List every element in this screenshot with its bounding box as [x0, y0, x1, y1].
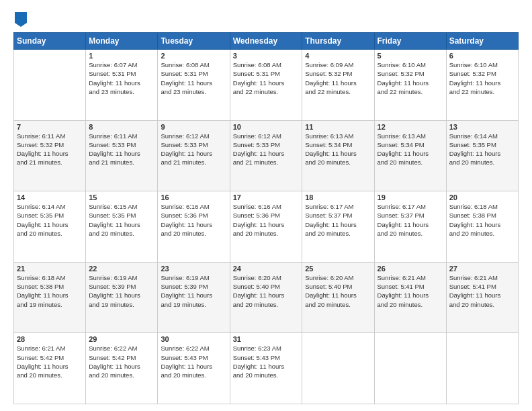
- page: SundayMondayTuesdayWednesdayThursdayFrid…: [0, 0, 532, 411]
- calendar-cell: 14Sunrise: 6:14 AM Sunset: 5:35 PM Dayli…: [14, 191, 86, 263]
- calendar-cell: [446, 333, 518, 404]
- calendar-week-row: 21Sunrise: 6:18 AM Sunset: 5:38 PM Dayli…: [14, 262, 519, 333]
- logo-icon: [15, 12, 27, 27]
- day-number: 25: [305, 265, 371, 273]
- day-number: 7: [17, 123, 83, 131]
- day-info: Sunrise: 6:10 AM Sunset: 5:32 PM Dayligh…: [378, 60, 443, 96]
- day-number: 23: [161, 265, 226, 273]
- day-number: 10: [233, 123, 300, 131]
- day-info: Sunrise: 6:21 AM Sunset: 5:41 PM Dayligh…: [449, 273, 515, 309]
- calendar-cell: 12Sunrise: 6:13 AM Sunset: 5:34 PM Dayli…: [374, 120, 446, 191]
- calendar-cell: 2Sunrise: 6:08 AM Sunset: 5:31 PM Daylig…: [158, 50, 230, 121]
- calendar-cell: 3Sunrise: 6:08 AM Sunset: 5:31 PM Daylig…: [230, 50, 302, 121]
- day-number: 2: [161, 52, 226, 60]
- day-info: Sunrise: 6:16 AM Sunset: 5:36 PM Dayligh…: [233, 202, 300, 238]
- day-info: Sunrise: 6:13 AM Sunset: 5:34 PM Dayligh…: [378, 132, 443, 167]
- calendar-week-row: 28Sunrise: 6:21 AM Sunset: 5:42 PM Dayli…: [14, 333, 519, 404]
- calendar-day-header: Wednesday: [230, 33, 302, 50]
- calendar-cell: 13Sunrise: 6:14 AM Sunset: 5:35 PM Dayli…: [446, 120, 518, 191]
- day-info: Sunrise: 6:15 AM Sunset: 5:35 PM Dayligh…: [89, 202, 154, 238]
- day-info: Sunrise: 6:14 AM Sunset: 5:35 PM Dayligh…: [449, 132, 515, 167]
- calendar-week-row: 1Sunrise: 6:07 AM Sunset: 5:31 PM Daylig…: [14, 50, 519, 121]
- day-number: 6: [449, 52, 515, 60]
- day-info: Sunrise: 6:12 AM Sunset: 5:33 PM Dayligh…: [233, 132, 300, 167]
- calendar-cell: 22Sunrise: 6:19 AM Sunset: 5:39 PM Dayli…: [86, 262, 158, 333]
- day-number: 4: [305, 52, 371, 60]
- calendar-cell: 18Sunrise: 6:17 AM Sunset: 5:37 PM Dayli…: [302, 191, 374, 263]
- calendar-week-row: 14Sunrise: 6:14 AM Sunset: 5:35 PM Dayli…: [14, 191, 519, 263]
- day-info: Sunrise: 6:10 AM Sunset: 5:32 PM Dayligh…: [449, 60, 515, 96]
- day-info: Sunrise: 6:21 AM Sunset: 5:41 PM Dayligh…: [378, 273, 443, 309]
- calendar-cell: 25Sunrise: 6:20 AM Sunset: 5:40 PM Dayli…: [302, 262, 374, 333]
- calendar-cell: 9Sunrise: 6:12 AM Sunset: 5:33 PM Daylig…: [158, 120, 230, 191]
- day-number: 17: [233, 193, 300, 201]
- calendar-cell: [14, 50, 86, 121]
- calendar-day-header: Friday: [374, 33, 446, 50]
- day-number: 3: [233, 52, 300, 60]
- day-number: 11: [305, 123, 371, 131]
- day-info: Sunrise: 6:19 AM Sunset: 5:39 PM Dayligh…: [89, 273, 154, 309]
- calendar-cell: 23Sunrise: 6:19 AM Sunset: 5:39 PM Dayli…: [158, 262, 230, 333]
- calendar-cell: 24Sunrise: 6:20 AM Sunset: 5:40 PM Dayli…: [230, 262, 302, 333]
- day-number: 15: [89, 193, 154, 201]
- day-number: 5: [378, 52, 443, 60]
- calendar-cell: 28Sunrise: 6:21 AM Sunset: 5:42 PM Dayli…: [14, 333, 86, 404]
- day-number: 22: [89, 265, 154, 273]
- svg-marker-0: [15, 12, 27, 27]
- calendar-cell: 30Sunrise: 6:22 AM Sunset: 5:43 PM Dayli…: [158, 333, 230, 404]
- day-number: 29: [89, 335, 154, 343]
- calendar-cell: 17Sunrise: 6:16 AM Sunset: 5:36 PM Dayli…: [230, 191, 302, 263]
- calendar-cell: 8Sunrise: 6:11 AM Sunset: 5:33 PM Daylig…: [86, 120, 158, 191]
- day-number: 19: [378, 193, 443, 201]
- calendar-cell: [374, 333, 446, 404]
- header: [13, 12, 519, 27]
- day-info: Sunrise: 6:08 AM Sunset: 5:31 PM Dayligh…: [233, 60, 300, 96]
- day-info: Sunrise: 6:22 AM Sunset: 5:42 PM Dayligh…: [89, 344, 154, 379]
- calendar-day-header: Saturday: [446, 33, 518, 50]
- calendar-day-header: Sunday: [14, 33, 86, 50]
- calendar-cell: 19Sunrise: 6:17 AM Sunset: 5:37 PM Dayli…: [374, 191, 446, 263]
- calendar-cell: 11Sunrise: 6:13 AM Sunset: 5:34 PM Dayli…: [302, 120, 374, 191]
- day-number: 28: [17, 335, 83, 343]
- day-info: Sunrise: 6:18 AM Sunset: 5:38 PM Dayligh…: [17, 273, 83, 309]
- day-info: Sunrise: 6:11 AM Sunset: 5:32 PM Dayligh…: [17, 132, 83, 167]
- day-number: 20: [449, 193, 515, 201]
- calendar-day-header: Monday: [86, 33, 158, 50]
- logo: [13, 12, 27, 27]
- calendar-cell: 15Sunrise: 6:15 AM Sunset: 5:35 PM Dayli…: [86, 191, 158, 263]
- calendar-cell: 31Sunrise: 6:23 AM Sunset: 5:43 PM Dayli…: [230, 333, 302, 404]
- day-info: Sunrise: 6:22 AM Sunset: 5:43 PM Dayligh…: [161, 344, 226, 379]
- calendar-cell: 26Sunrise: 6:21 AM Sunset: 5:41 PM Dayli…: [374, 262, 446, 333]
- day-number: 14: [17, 193, 83, 201]
- day-number: 27: [449, 265, 515, 273]
- day-info: Sunrise: 6:12 AM Sunset: 5:33 PM Dayligh…: [161, 132, 226, 167]
- day-number: 12: [378, 123, 443, 131]
- calendar-week-row: 7Sunrise: 6:11 AM Sunset: 5:32 PM Daylig…: [14, 120, 519, 191]
- day-number: 21: [17, 265, 83, 273]
- day-number: 26: [378, 265, 443, 273]
- day-info: Sunrise: 6:21 AM Sunset: 5:42 PM Dayligh…: [17, 344, 83, 379]
- day-info: Sunrise: 6:07 AM Sunset: 5:31 PM Dayligh…: [89, 60, 154, 96]
- calendar-cell: 1Sunrise: 6:07 AM Sunset: 5:31 PM Daylig…: [86, 50, 158, 121]
- day-info: Sunrise: 6:20 AM Sunset: 5:40 PM Dayligh…: [305, 273, 371, 309]
- day-info: Sunrise: 6:23 AM Sunset: 5:43 PM Dayligh…: [233, 344, 300, 379]
- calendar-cell: 20Sunrise: 6:18 AM Sunset: 5:38 PM Dayli…: [446, 191, 518, 263]
- day-number: 16: [161, 193, 226, 201]
- day-info: Sunrise: 6:14 AM Sunset: 5:35 PM Dayligh…: [17, 202, 83, 238]
- day-number: 8: [89, 123, 154, 131]
- calendar-cell: 4Sunrise: 6:09 AM Sunset: 5:32 PM Daylig…: [302, 50, 374, 121]
- calendar-cell: [302, 333, 374, 404]
- calendar-cell: 27Sunrise: 6:21 AM Sunset: 5:41 PM Dayli…: [446, 262, 518, 333]
- calendar-day-header: Tuesday: [158, 33, 230, 50]
- day-number: 24: [233, 265, 300, 273]
- day-info: Sunrise: 6:20 AM Sunset: 5:40 PM Dayligh…: [233, 273, 300, 309]
- day-info: Sunrise: 6:19 AM Sunset: 5:39 PM Dayligh…: [161, 273, 226, 309]
- calendar: SundayMondayTuesdayWednesdayThursdayFrid…: [13, 32, 519, 404]
- day-info: Sunrise: 6:11 AM Sunset: 5:33 PM Dayligh…: [89, 132, 154, 167]
- day-info: Sunrise: 6:17 AM Sunset: 5:37 PM Dayligh…: [305, 202, 371, 238]
- day-number: 1: [89, 52, 154, 60]
- day-info: Sunrise: 6:13 AM Sunset: 5:34 PM Dayligh…: [305, 132, 371, 167]
- calendar-cell: 5Sunrise: 6:10 AM Sunset: 5:32 PM Daylig…: [374, 50, 446, 121]
- calendar-cell: 16Sunrise: 6:16 AM Sunset: 5:36 PM Dayli…: [158, 191, 230, 263]
- calendar-cell: 10Sunrise: 6:12 AM Sunset: 5:33 PM Dayli…: [230, 120, 302, 191]
